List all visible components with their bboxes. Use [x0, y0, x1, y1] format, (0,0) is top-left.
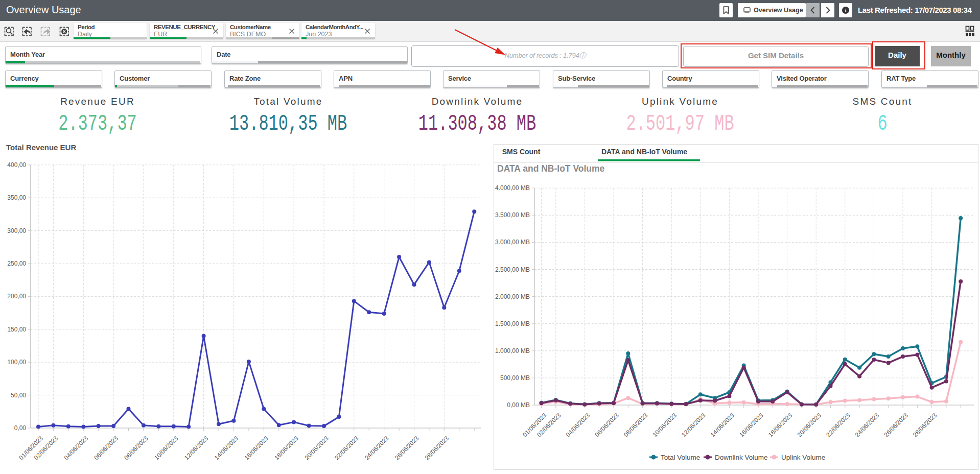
- svg-text:20/06/2023: 20/06/2023: [303, 435, 330, 462]
- svg-text:16/06/2023: 16/06/2023: [243, 435, 270, 462]
- svg-text:350,00: 350,00: [7, 194, 26, 201]
- svg-text:1.000,00 MB: 1.000,00 MB: [495, 347, 530, 354]
- svg-text:200,00: 200,00: [7, 293, 26, 300]
- svg-text:0,00: 0,00: [14, 424, 27, 432]
- svg-text:12/06/2023: 12/06/2023: [183, 435, 210, 462]
- svg-text:22/06/2023: 22/06/2023: [333, 435, 360, 462]
- svg-text:2.000,00 MB: 2.000,00 MB: [495, 293, 530, 300]
- svg-text:16/06/2023: 16/06/2023: [738, 412, 765, 439]
- svg-text:DATA and NB-IoT Volume: DATA and NB-IoT Volume: [497, 163, 605, 174]
- svg-text:24/06/2023: 24/06/2023: [363, 435, 390, 462]
- svg-text:150,00: 150,00: [7, 326, 26, 333]
- svg-text:24/06/2023: 24/06/2023: [854, 412, 881, 439]
- svg-text:04/06/2023: 04/06/2023: [63, 435, 90, 462]
- svg-text:4.000,00 MB: 4.000,00 MB: [495, 184, 530, 192]
- svg-text:Total Revenue EUR: Total Revenue EUR: [6, 143, 76, 152]
- svg-text:500,00 MB: 500,00 MB: [500, 374, 530, 382]
- svg-text:04/06/2023: 04/06/2023: [565, 412, 592, 439]
- svg-text:300,00: 300,00: [7, 227, 26, 234]
- svg-text:DATA and NB-IoT Volume: DATA and NB-IoT Volume: [601, 148, 687, 156]
- svg-text:3.000,00 MB: 3.000,00 MB: [495, 239, 530, 246]
- svg-text:20/06/2023: 20/06/2023: [796, 412, 823, 439]
- svg-text:08/06/2023: 08/06/2023: [123, 435, 150, 462]
- svg-text:400,00: 400,00: [7, 161, 26, 169]
- svg-text:Total Volume: Total Volume: [661, 454, 700, 461]
- svg-text:14/06/2023: 14/06/2023: [213, 435, 240, 462]
- svg-text:12/06/2023: 12/06/2023: [680, 412, 707, 439]
- svg-text:28/06/2023: 28/06/2023: [912, 412, 939, 439]
- svg-text:08/06/2023: 08/06/2023: [622, 412, 649, 439]
- svg-text:SMS Count: SMS Count: [502, 148, 541, 156]
- svg-text:50,00: 50,00: [11, 392, 26, 399]
- svg-text:28/06/2023: 28/06/2023: [424, 435, 451, 462]
- svg-text:0,00 MB: 0,00 MB: [507, 401, 530, 409]
- svg-text:26/06/2023: 26/06/2023: [882, 412, 909, 439]
- svg-text:10/06/2023: 10/06/2023: [153, 435, 180, 462]
- svg-text:2.500,00 MB: 2.500,00 MB: [495, 266, 530, 273]
- svg-text:06/06/2023: 06/06/2023: [593, 412, 620, 439]
- svg-text:06/06/2023: 06/06/2023: [93, 435, 120, 462]
- svg-text:22/06/2023: 22/06/2023: [825, 412, 852, 439]
- svg-text:Uplink Volume: Uplink Volume: [781, 454, 825, 461]
- svg-text:100,00: 100,00: [7, 359, 26, 366]
- svg-text:18/06/2023: 18/06/2023: [767, 412, 794, 439]
- svg-text:10/06/2023: 10/06/2023: [651, 412, 679, 439]
- svg-text:14/06/2023: 14/06/2023: [709, 412, 736, 439]
- svg-text:3.500,00 MB: 3.500,00 MB: [495, 211, 530, 219]
- svg-text:250,00: 250,00: [7, 260, 26, 267]
- svg-text:26/06/2023: 26/06/2023: [393, 435, 421, 462]
- svg-text:1.500,00 MB: 1.500,00 MB: [495, 320, 530, 327]
- svg-text:Downlink Volume: Downlink Volume: [715, 454, 768, 461]
- svg-text:18/06/2023: 18/06/2023: [273, 435, 300, 462]
